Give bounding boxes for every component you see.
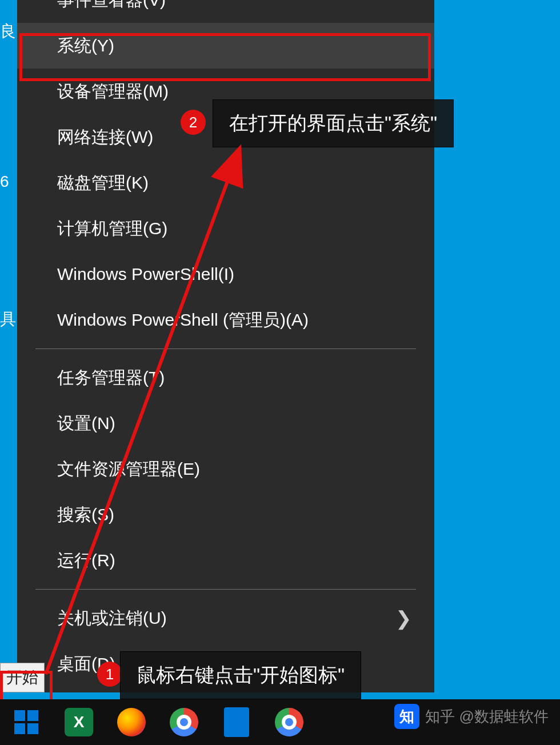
taskbar-icon-firefox[interactable] <box>105 699 158 745</box>
menu-item-powershell[interactable]: Windows PowerShell(I) <box>17 251 434 297</box>
chrome-icon <box>275 708 303 736</box>
menu-item-shutdown-signout[interactable]: 关机或注销(U) ❯ <box>17 595 434 641</box>
menu-item-label: 关机或注销(U) <box>57 607 395 630</box>
menu-item-label: 设置(N) <box>57 412 434 435</box>
menu-item-label: 运行(R) <box>57 549 434 572</box>
annotation-bubble-2: 在打开的界面点击"系统" <box>213 99 454 147</box>
start-button[interactable] <box>0 699 53 745</box>
menu-item-disk-management[interactable]: 磁盘管理(K) <box>17 160 434 206</box>
menu-item-system[interactable]: 系统(Y) <box>17 23 434 69</box>
menu-divider <box>35 589 416 590</box>
menu-divider <box>35 349 416 349</box>
taskbar-icon-chrome[interactable] <box>158 699 210 745</box>
menu-item-label: 事件查看器(V) <box>57 0 434 12</box>
windows-logo-icon <box>14 710 38 734</box>
taskbar-icon-chrome-2[interactable] <box>263 699 315 745</box>
menu-item-label: Windows PowerShell(I) <box>57 265 434 284</box>
menu-item-label: 计算机管理(G) <box>57 217 434 241</box>
menu-item-label: Windows PowerShell (管理员)(A) <box>57 309 434 332</box>
menu-item-settings[interactable]: 设置(N) <box>17 400 434 446</box>
annotation-badge-1: 1 <box>97 662 122 687</box>
zhihu-logo-icon: 知 <box>394 704 419 729</box>
menu-item-run[interactable]: 运行(R) <box>17 538 434 583</box>
menu-item-computer-management[interactable]: 计算机管理(G) <box>17 206 434 251</box>
menu-item-label: 磁盘管理(K) <box>57 171 434 195</box>
desktop-icon-label: 具 <box>0 309 16 330</box>
watermark-text: 知乎 @数据蛙软件 <box>425 707 549 727</box>
taskbar-icon-excel[interactable]: X <box>53 699 105 745</box>
watermark: 知 知乎 @数据蛙软件 <box>394 704 549 729</box>
annotation-bubble-1: 鼠标右键点击"开始图标" <box>120 651 361 699</box>
vscode-icon <box>224 707 249 737</box>
annotation-badge-2: 2 <box>181 110 206 135</box>
menu-item-powershell-admin[interactable]: Windows PowerShell (管理员)(A) <box>17 297 434 343</box>
taskbar-icon-vscode[interactable] <box>210 699 263 745</box>
menu-item-search[interactable]: 搜索(S) <box>17 492 434 538</box>
menu-item-event-viewer[interactable]: 事件查看器(V) <box>17 0 434 23</box>
menu-item-label: 文件资源管理器(E) <box>57 458 434 481</box>
menu-item-label: 任务管理器(T) <box>57 366 434 390</box>
desktop-icon-label: 6 <box>0 173 9 191</box>
menu-item-file-explorer[interactable]: 文件资源管理器(E) <box>17 446 434 492</box>
desktop-icon-label: 良 <box>0 21 16 42</box>
menu-item-label: 系统(Y) <box>57 34 434 58</box>
menu-item-task-manager[interactable]: 任务管理器(T) <box>17 355 434 400</box>
excel-icon: X <box>65 708 93 736</box>
chrome-icon <box>170 708 198 736</box>
chevron-right-icon: ❯ <box>395 607 411 630</box>
start-tooltip: 开始 <box>0 663 45 692</box>
firefox-icon <box>117 708 146 736</box>
menu-item-label: 搜索(S) <box>57 503 434 527</box>
